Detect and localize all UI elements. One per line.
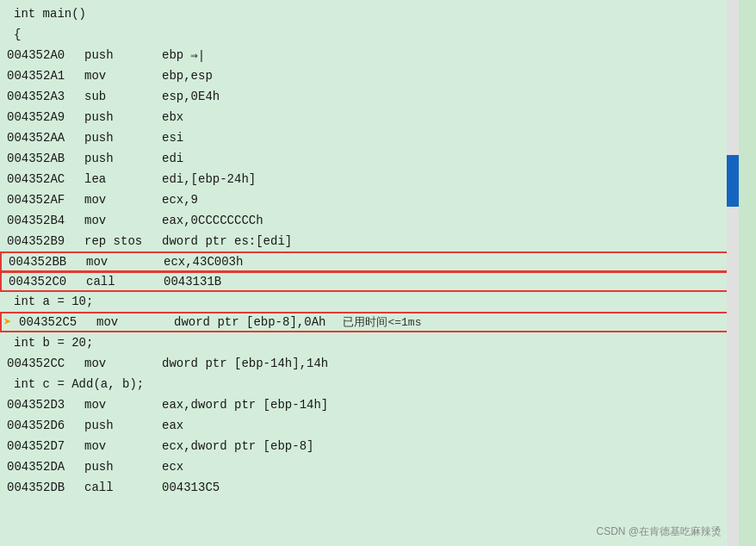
asm-operand: ecx,dword ptr [ebp-8] [162,439,313,453]
code-line: 004352A0pushebp⇒| [0,45,739,65]
asm-address: 004352C0 [9,275,86,289]
watermark: CSDN @在肯德基吃麻辣烫 [596,524,722,539]
asm-operand: edi,[ebp-24h] [162,172,256,186]
asm-operand: eax [162,419,183,432]
asm-operand: dword ptr es:[edi] [162,234,292,248]
asm-mnemonic: push [84,460,162,474]
source-text: int c = Add(a, b); [7,377,144,391]
asm-extra: ⇒| [190,48,205,63]
code-line: int b = 20; [0,332,739,353]
code-line: 004352A9pushebx [0,107,739,127]
scrollbar[interactable] [727,0,739,546]
code-line: 004352BBmovecx,43C003h [0,251,739,272]
asm-operand: ecx,43C003h [164,255,243,269]
source-text: int main() [7,7,86,21]
asm-mnemonic: mov [96,315,174,329]
current-instruction-arrow: ➤ [3,313,12,331]
asm-operand: eax,dword ptr [ebp-14h] [162,398,328,412]
code-line: int a = 10; [0,291,739,312]
asm-mnemonic: mov [84,398,162,412]
asm-address: 004352DA [7,460,84,474]
code-line: 004352ACleaedi,[ebp-24h] [0,169,739,189]
asm-address: 004352A9 [7,110,84,124]
asm-mnemonic: push [84,152,162,165]
asm-mnemonic: push [84,131,162,145]
code-line: 004352A3subesp,0E4h [0,86,739,107]
asm-address: 004352C5 [19,315,96,329]
asm-address: 004352AF [7,193,84,207]
asm-operand: ecx [162,460,183,474]
asm-operand: esi [162,131,183,145]
asm-mnemonic: mov [84,193,162,207]
source-text: int b = 20; [7,336,93,350]
asm-mnemonic: mov [84,439,162,453]
asm-address: 004352A1 [7,69,84,83]
asm-mnemonic: push [84,48,162,62]
source-text: { [7,28,21,41]
asm-address: 004352AA [7,131,84,145]
code-line: 004352B4moveax,0CCCCCCCCh [0,210,739,231]
code-line: 004352DApushecx [0,456,739,477]
asm-mnemonic: mov [86,255,164,269]
asm-operand: dword ptr [ebp-14h],14h [162,357,328,370]
asm-mnemonic: rep stos [84,234,162,248]
code-line: 004352C0call0043131B [0,271,739,292]
asm-mnemonic: mov [84,69,162,83]
asm-mnemonic: call [86,275,164,289]
disassembly-view: int main(){004352A0pushebp⇒|004352A1move… [0,0,739,546]
code-line: 004352B9rep stosdword ptr es:[edi] [0,231,739,251]
code-line: 004352ABpushedi [0,148,739,169]
asm-mnemonic: push [84,110,162,124]
code-line: 004352D7movecx,dword ptr [ebp-8] [0,436,739,456]
asm-address: 004352B4 [7,214,84,227]
code-line: 004352D3moveax,dword ptr [ebp-14h] [0,394,739,415]
asm-operand: eax,0CCCCCCCCh [162,214,263,227]
asm-address: 004352DB [7,481,84,494]
asm-mnemonic: sub [84,90,162,103]
code-line: 004352D6pusheax [0,415,739,436]
asm-address: 004352D6 [7,419,84,432]
asm-address: 004352AB [7,152,84,165]
code-line: int c = Add(a, b); [0,374,739,394]
asm-address: 004352A3 [7,90,84,103]
asm-mnemonic: call [84,481,162,494]
asm-address: 004352B9 [7,234,84,248]
code-line: 004352CCmovdword ptr [ebp-14h],14h [0,353,739,374]
code-line: 004352AApushesi [0,127,739,148]
asm-operand: 0043131B [164,275,221,289]
code-line: ➤004352C5movdword ptr [ebp-8],0Ah已用时间<=1… [0,312,739,332]
asm-operand: ebp,esp [162,69,213,83]
asm-mnemonic: lea [84,172,162,186]
scrollbar-thumb[interactable] [727,155,739,207]
code-line: int main() [0,3,739,24]
asm-operand: ecx,9 [162,193,198,207]
asm-operand: ebp [162,48,183,62]
code-line: { [0,24,739,45]
code-line: 004352A1movebp,esp [0,65,739,86]
asm-operand: dword ptr [ebp-8],0Ah [174,315,325,329]
asm-mnemonic: push [84,419,162,432]
asm-address: 004352BB [9,255,86,269]
asm-mnemonic: mov [84,357,162,370]
asm-address: 004352D3 [7,398,84,412]
code-line: 004352DBcall004313C5 [0,477,739,498]
code-line: 004352AFmovecx,9 [0,189,739,210]
asm-address: 004352D7 [7,439,84,453]
asm-operand: esp,0E4h [162,90,220,103]
source-text: int a = 10; [7,295,93,308]
asm-address: 004352AC [7,172,84,186]
asm-operand: edi [162,152,183,165]
asm-address: 004352CC [7,357,84,370]
asm-comment: 已用时间<=1ms [343,314,421,330]
asm-mnemonic: mov [84,214,162,227]
asm-operand: ebx [162,110,183,124]
asm-address: 004352A0 [7,48,84,62]
asm-operand: 004313C5 [162,481,220,494]
